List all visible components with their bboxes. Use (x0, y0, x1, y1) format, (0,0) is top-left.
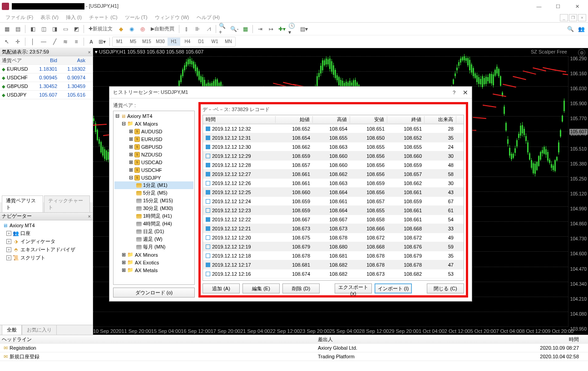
data-window-icon[interactable]: ◫ (39, 24, 49, 34)
menu-item[interactable]: ヘルプ (H) (193, 13, 223, 21)
history-row[interactable]: 2019.12.12 12:31108.654108.655108.650108… (203, 133, 464, 142)
tile-icon[interactable]: ▦ (240, 24, 250, 34)
market-watch-row[interactable]: ◆USDJPY105.607105.616 (0, 91, 93, 99)
tree-symbol[interactable]: ⊞$EURUSD (114, 135, 193, 143)
market-icon[interactable]: ◎ (138, 24, 148, 34)
history-row[interactable]: 2019.12.12 12:22108.667108.667108.658108… (203, 215, 464, 224)
mail-row[interactable]: ✉RegistrationAxiory Global Ltd.2020.10.0… (0, 344, 588, 352)
timeframe-M15[interactable]: M15 (140, 38, 153, 46)
search-icon[interactable]: 🔍 (565, 24, 575, 34)
signal-icon[interactable]: ◉ (127, 24, 137, 34)
tree-group[interactable]: ⊞📁AX Minors (114, 251, 193, 259)
help-icon[interactable]: ? (453, 90, 455, 95)
fibo-icon[interactable]: ≡ (71, 37, 81, 47)
delete-button[interactable]: 削除 (D) (282, 283, 320, 293)
tab-symbols[interactable]: 通貨ペアリスト (2, 195, 43, 212)
close-button[interactable]: 閉じる (C) (427, 283, 464, 293)
cursor-icon[interactable]: ↖ (2, 37, 12, 47)
tree-symbol[interactable]: ⊞$USDCHF (114, 166, 193, 174)
candle-chart-icon[interactable]: ⊪ (193, 24, 203, 34)
download-button[interactable]: ダウンロード (o) (113, 288, 195, 298)
timeframe-M1[interactable]: M1 (113, 38, 126, 46)
zoom-out-icon[interactable]: 🔍- (229, 24, 239, 34)
tree-period[interactable]: 1分足 (M1) (114, 181, 193, 189)
shift-icon[interactable]: ↦ (266, 24, 276, 34)
col-headline[interactable]: ヘッドライン (0, 336, 318, 343)
metaquotes-icon[interactable]: ◆ (116, 24, 126, 34)
col-symbol[interactable]: 通貨ペア (0, 57, 32, 64)
profiles-icon[interactable]: ▤ (13, 24, 23, 34)
tree-period[interactable]: 1時間足 (H1) (114, 212, 193, 220)
community-icon[interactable]: 👥 (576, 24, 586, 34)
market-watch-row[interactable]: ◆USDCHF0.909450.90974 (0, 73, 93, 82)
zoom-in-icon[interactable]: 🔍+ (218, 24, 228, 34)
history-row[interactable]: 2019.12.12 12:16108.674108.682108.673108… (203, 269, 464, 278)
bar-chart-icon[interactable]: ⫿ (182, 24, 192, 34)
close-icon[interactable]: ✕ (463, 89, 468, 96)
gear-icon[interactable]: ⚙ (578, 49, 585, 56)
tree-group[interactable]: ⊞📁AX Exotics (114, 259, 193, 266)
add-button[interactable]: 追加 (A) (203, 283, 240, 293)
trendline-icon[interactable]: ╱ (49, 37, 59, 47)
tree-symbol[interactable]: ⊞$GBPUSD (114, 143, 193, 151)
tree-period[interactable]: 週足 (W) (114, 235, 193, 243)
tree-period[interactable]: 30分足 (M30) (114, 205, 193, 212)
line-chart-icon[interactable]: ⩘ (203, 24, 213, 34)
history-row[interactable]: 2019.12.12 12:27108.661108.662108.656108… (203, 170, 464, 179)
minimize-button[interactable]: — (530, 1, 548, 12)
tree-group[interactable]: ⊞📁AX Metals (114, 266, 193, 274)
tab-favorites[interactable]: お気に入り (22, 325, 57, 335)
vline-icon[interactable]: │ (28, 37, 38, 47)
history-row[interactable]: 2019.12.12 12:25108.660108.664108.656108… (203, 188, 464, 197)
market-watch-row[interactable]: ◆GBPUSD1.304521.30459 (0, 82, 93, 91)
tab-general[interactable]: 全般 (2, 325, 22, 335)
maximize-button[interactable]: ☐ (549, 1, 567, 12)
history-row[interactable]: 2019.12.12 12:17108.681108.682108.678108… (203, 260, 464, 269)
navigator-icon[interactable]: ◨ (49, 24, 59, 34)
col-ask[interactable]: Ask (60, 58, 88, 63)
timeframe-D1[interactable]: D1 (195, 38, 208, 46)
export-button[interactable]: エクスポート (x) (335, 283, 372, 293)
doc-minimize-button[interactable]: _ (560, 14, 568, 21)
close-button[interactable]: ✕ (568, 1, 586, 12)
timeframe-H4[interactable]: H4 (181, 38, 194, 46)
timeframe-MN[interactable]: MN (222, 38, 235, 46)
col-open[interactable]: 始値 (276, 116, 313, 123)
col-volume[interactable]: 出来高 (425, 116, 456, 123)
edit-button[interactable]: 編集 (E) (242, 283, 280, 293)
new-order-button[interactable]: ✚ 新規注文 (86, 24, 115, 34)
tree-period[interactable]: 4時間足 (H4) (114, 220, 193, 228)
channel-icon[interactable]: ≋ (60, 37, 70, 47)
tree-period[interactable]: 毎月 (MN) (114, 243, 193, 251)
navigator-item[interactable]: +⬘エキスパートアドバイザ (1, 246, 92, 254)
col-bid[interactable]: Bid (32, 58, 60, 63)
tree-symbol[interactable]: ⊞$USDCAD (114, 158, 193, 166)
col-time[interactable]: 時間 (203, 116, 276, 123)
auto-trade-button[interactable]: ▶ 自動売買 (148, 24, 177, 34)
new-chart-icon[interactable]: ▦ (2, 24, 12, 34)
history-row[interactable]: 2019.12.12 12:30108.662108.663108.655108… (203, 142, 464, 151)
timeframe-M5[interactable]: M5 (127, 38, 139, 46)
crosshair-icon[interactable]: ✛ (13, 37, 23, 47)
tree-symbol[interactable]: ⊞$NZDUSD (114, 151, 193, 158)
col-time[interactable]: 時間 (527, 336, 588, 343)
menu-item[interactable]: ウィンドウ (W) (151, 13, 193, 21)
history-row[interactable]: 2019.12.12 12:20108.675108.678108.672108… (203, 233, 464, 242)
history-row[interactable]: 2019.12.12 12:21108.673108.673108.666108… (203, 224, 464, 233)
col-close[interactable]: 終値 (387, 116, 425, 123)
mail-row[interactable]: ✉新規口座登録Trading Platform2020.10.04 02:58 (0, 352, 588, 361)
doc-close-button[interactable]: × (578, 14, 586, 21)
market-watch-row[interactable]: ◆EURUSD1.183011.18302 (0, 65, 93, 73)
timeframe-H1[interactable]: H1 (168, 38, 180, 46)
history-row[interactable]: 2019.12.12 12:32108.652108.654108.651108… (203, 124, 464, 133)
history-row[interactable]: 2019.12.12 12:23108.659108.664108.655108… (203, 206, 464, 215)
label-icon[interactable]: ⊞▾ (97, 37, 107, 47)
scroll-icon[interactable]: ⇥ (255, 24, 265, 34)
history-row[interactable]: 2019.12.12 12:19108.679108.680108.668108… (203, 242, 464, 251)
navigator-item[interactable]: +👥口座 (1, 229, 92, 238)
navigator-item[interactable]: +📜スクリプト (1, 254, 92, 262)
history-row[interactable]: 2019.12.12 12:28108.657108.660108.656108… (203, 161, 464, 170)
timeframe-M30[interactable]: M30 (154, 38, 167, 46)
tester-icon[interactable]: ◩ (71, 24, 81, 34)
symbol-tree[interactable]: ⊟🖥Axiory MT4 ⊟📁AX Majors ⊞$AUDUSD⊞$EURUS… (113, 111, 195, 285)
